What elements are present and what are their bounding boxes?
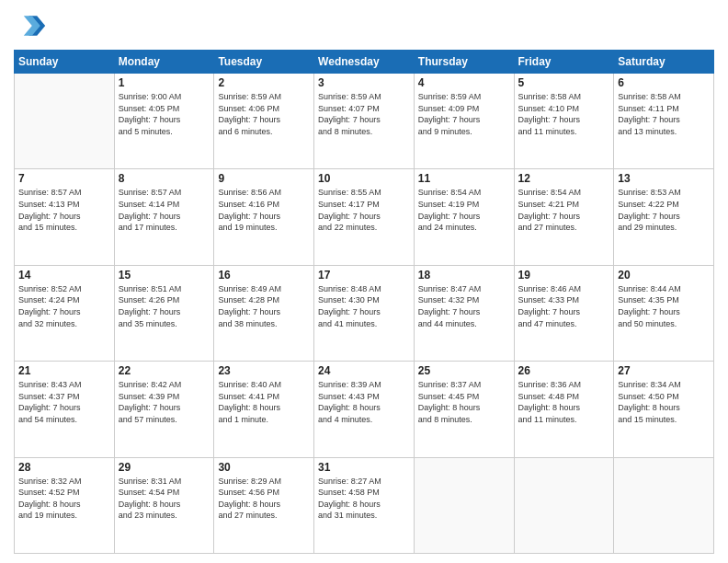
- day-number: 29: [119, 461, 210, 474]
- weekday-header-row: SundayMondayTuesdayWednesdayThursdayFrid…: [15, 51, 714, 74]
- day-cell: 5Sunrise: 8:58 AM Sunset: 4:10 PM Daylig…: [514, 74, 614, 169]
- logo: [14, 9, 51, 42]
- week-row-5: 28Sunrise: 8:32 AM Sunset: 4:52 PM Dayli…: [15, 457, 714, 553]
- day-info: Sunrise: 8:59 AM Sunset: 4:06 PM Dayligh…: [218, 91, 310, 137]
- header: [14, 9, 714, 42]
- day-info: Sunrise: 8:29 AM Sunset: 4:56 PM Dayligh…: [218, 476, 310, 522]
- day-info: Sunrise: 8:36 AM Sunset: 4:48 PM Dayligh…: [518, 379, 610, 425]
- weekday-sunday: Sunday: [15, 51, 115, 74]
- day-number: 21: [18, 364, 110, 377]
- week-row-2: 7Sunrise: 8:57 AM Sunset: 4:13 PM Daylig…: [15, 169, 714, 265]
- week-row-1: 1Sunrise: 9:00 AM Sunset: 4:05 PM Daylig…: [15, 74, 714, 169]
- day-cell: 10Sunrise: 8:55 AM Sunset: 4:17 PM Dayli…: [314, 169, 415, 265]
- day-number: 2: [218, 76, 310, 89]
- day-cell: 20Sunrise: 8:44 AM Sunset: 4:35 PM Dayli…: [614, 265, 714, 361]
- day-cell: 14Sunrise: 8:52 AM Sunset: 4:24 PM Dayli…: [15, 265, 115, 361]
- weekday-friday: Friday: [514, 51, 614, 74]
- day-info: Sunrise: 8:37 AM Sunset: 4:45 PM Dayligh…: [418, 379, 510, 425]
- week-row-3: 14Sunrise: 8:52 AM Sunset: 4:24 PM Dayli…: [15, 265, 714, 361]
- day-cell: 19Sunrise: 8:46 AM Sunset: 4:33 PM Dayli…: [514, 265, 614, 361]
- day-number: 6: [618, 76, 710, 89]
- day-cell: 6Sunrise: 8:58 AM Sunset: 4:11 PM Daylig…: [614, 74, 714, 169]
- day-info: Sunrise: 8:48 AM Sunset: 4:30 PM Dayligh…: [318, 283, 410, 329]
- day-number: 20: [618, 269, 710, 282]
- day-number: 24: [318, 364, 410, 377]
- day-number: 30: [218, 461, 310, 474]
- day-cell: 29Sunrise: 8:31 AM Sunset: 4:54 PM Dayli…: [114, 457, 214, 553]
- day-number: 27: [618, 364, 710, 377]
- weekday-wednesday: Wednesday: [314, 51, 415, 74]
- day-info: Sunrise: 8:47 AM Sunset: 4:32 PM Dayligh…: [418, 283, 510, 329]
- day-info: Sunrise: 8:31 AM Sunset: 4:54 PM Dayligh…: [119, 476, 210, 522]
- day-number: 19: [518, 269, 610, 282]
- day-number: 7: [18, 172, 110, 185]
- day-cell: 4Sunrise: 8:59 AM Sunset: 4:09 PM Daylig…: [414, 74, 514, 169]
- page: SundayMondayTuesdayWednesdayThursdayFrid…: [0, 0, 728, 563]
- day-info: Sunrise: 8:54 AM Sunset: 4:19 PM Dayligh…: [418, 187, 510, 233]
- day-number: 22: [119, 364, 210, 377]
- day-number: 28: [18, 461, 110, 474]
- day-info: Sunrise: 8:59 AM Sunset: 4:09 PM Dayligh…: [418, 91, 510, 137]
- day-info: Sunrise: 8:32 AM Sunset: 4:52 PM Dayligh…: [18, 476, 110, 522]
- day-number: 4: [418, 76, 510, 89]
- day-info: Sunrise: 8:43 AM Sunset: 4:37 PM Dayligh…: [18, 379, 110, 425]
- day-info: Sunrise: 8:27 AM Sunset: 4:58 PM Dayligh…: [318, 476, 410, 522]
- day-cell: [414, 457, 514, 553]
- day-info: Sunrise: 8:49 AM Sunset: 4:28 PM Dayligh…: [218, 283, 310, 329]
- day-number: 16: [218, 269, 310, 282]
- day-number: 17: [318, 269, 410, 282]
- day-cell: 23Sunrise: 8:40 AM Sunset: 4:41 PM Dayli…: [214, 362, 314, 457]
- day-cell: 21Sunrise: 8:43 AM Sunset: 4:37 PM Dayli…: [15, 362, 115, 457]
- day-number: 12: [518, 172, 610, 185]
- weekday-saturday: Saturday: [614, 51, 714, 74]
- day-info: Sunrise: 8:40 AM Sunset: 4:41 PM Dayligh…: [218, 379, 310, 425]
- day-info: Sunrise: 8:56 AM Sunset: 4:16 PM Dayligh…: [218, 187, 310, 233]
- day-cell: 26Sunrise: 8:36 AM Sunset: 4:48 PM Dayli…: [514, 362, 614, 457]
- day-info: Sunrise: 8:46 AM Sunset: 4:33 PM Dayligh…: [518, 283, 610, 329]
- day-number: 13: [618, 172, 710, 185]
- week-row-4: 21Sunrise: 8:43 AM Sunset: 4:37 PM Dayli…: [15, 362, 714, 457]
- day-info: Sunrise: 8:52 AM Sunset: 4:24 PM Dayligh…: [18, 283, 110, 329]
- day-cell: 18Sunrise: 8:47 AM Sunset: 4:32 PM Dayli…: [414, 265, 514, 361]
- day-cell: [514, 457, 614, 553]
- day-cell: 9Sunrise: 8:56 AM Sunset: 4:16 PM Daylig…: [214, 169, 314, 265]
- day-cell: 31Sunrise: 8:27 AM Sunset: 4:58 PM Dayli…: [314, 457, 415, 553]
- day-cell: [614, 457, 714, 553]
- day-info: Sunrise: 8:59 AM Sunset: 4:07 PM Dayligh…: [318, 91, 410, 137]
- weekday-monday: Monday: [114, 51, 214, 74]
- day-info: Sunrise: 8:54 AM Sunset: 4:21 PM Dayligh…: [518, 187, 610, 233]
- day-cell: 7Sunrise: 8:57 AM Sunset: 4:13 PM Daylig…: [15, 169, 115, 265]
- day-info: Sunrise: 8:58 AM Sunset: 4:10 PM Dayligh…: [518, 91, 610, 137]
- day-info: Sunrise: 8:57 AM Sunset: 4:13 PM Dayligh…: [18, 187, 110, 233]
- weekday-tuesday: Tuesday: [214, 51, 314, 74]
- day-number: 23: [218, 364, 310, 377]
- day-cell: 1Sunrise: 9:00 AM Sunset: 4:05 PM Daylig…: [114, 74, 214, 169]
- weekday-thursday: Thursday: [414, 51, 514, 74]
- day-number: 1: [119, 76, 210, 89]
- day-cell: 25Sunrise: 8:37 AM Sunset: 4:45 PM Dayli…: [414, 362, 514, 457]
- day-number: 5: [518, 76, 610, 89]
- day-number: 14: [18, 269, 110, 282]
- day-info: Sunrise: 8:53 AM Sunset: 4:22 PM Dayligh…: [618, 187, 710, 233]
- day-number: 11: [418, 172, 510, 185]
- day-number: 15: [119, 269, 210, 282]
- day-cell: [15, 74, 115, 169]
- day-info: Sunrise: 8:44 AM Sunset: 4:35 PM Dayligh…: [618, 283, 710, 329]
- day-number: 31: [318, 461, 410, 474]
- day-cell: 11Sunrise: 8:54 AM Sunset: 4:19 PM Dayli…: [414, 169, 514, 265]
- day-cell: 13Sunrise: 8:53 AM Sunset: 4:22 PM Dayli…: [614, 169, 714, 265]
- logo-icon: [14, 9, 47, 42]
- day-cell: 3Sunrise: 8:59 AM Sunset: 4:07 PM Daylig…: [314, 74, 415, 169]
- day-number: 18: [418, 269, 510, 282]
- day-cell: 27Sunrise: 8:34 AM Sunset: 4:50 PM Dayli…: [614, 362, 714, 457]
- day-number: 10: [318, 172, 410, 185]
- day-info: Sunrise: 8:42 AM Sunset: 4:39 PM Dayligh…: [119, 379, 210, 425]
- day-cell: 12Sunrise: 8:54 AM Sunset: 4:21 PM Dayli…: [514, 169, 614, 265]
- day-number: 3: [318, 76, 410, 89]
- day-info: Sunrise: 8:55 AM Sunset: 4:17 PM Dayligh…: [318, 187, 410, 233]
- day-cell: 17Sunrise: 8:48 AM Sunset: 4:30 PM Dayli…: [314, 265, 415, 361]
- day-info: Sunrise: 8:39 AM Sunset: 4:43 PM Dayligh…: [318, 379, 410, 425]
- day-cell: 22Sunrise: 8:42 AM Sunset: 4:39 PM Dayli…: [114, 362, 214, 457]
- day-cell: 24Sunrise: 8:39 AM Sunset: 4:43 PM Dayli…: [314, 362, 415, 457]
- day-cell: 15Sunrise: 8:51 AM Sunset: 4:26 PM Dayli…: [114, 265, 214, 361]
